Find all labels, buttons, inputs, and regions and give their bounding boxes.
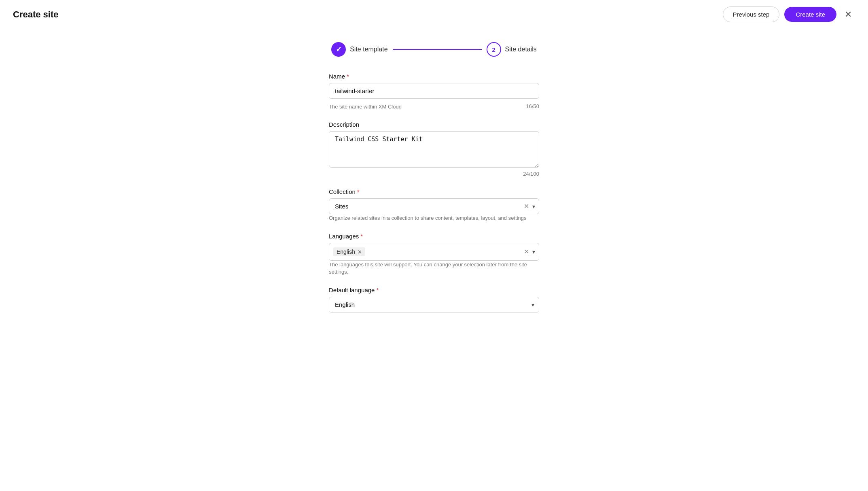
description-label: Description <box>329 121 539 128</box>
close-icon: ✕ <box>845 9 852 19</box>
header-actions: Previous step Create site ✕ <box>723 6 855 22</box>
language-tag-label: English <box>337 249 355 255</box>
collection-group: Collection * Sites ✕ ▾ Organize related … <box>329 188 539 221</box>
name-count: 16/50 <box>526 103 539 109</box>
step-1-circle: ✓ <box>331 42 346 57</box>
description-count: 24/100 <box>329 171 539 177</box>
collection-select[interactable]: Sites <box>329 198 539 214</box>
step-1-label: Site template <box>350 46 387 53</box>
name-required: * <box>347 73 349 80</box>
languages-field-wrapper: English ✕ ✕ ▾ <box>329 243 539 261</box>
step-2: 2 Site details <box>487 42 537 57</box>
default-language-select[interactable]: English French German Spanish <box>329 297 539 312</box>
page-title: Create site <box>13 9 59 20</box>
languages-chevron-icon: ▾ <box>532 249 535 255</box>
collection-select-wrapper: Sites ✕ ▾ <box>329 198 539 214</box>
language-tag-english: English ✕ <box>333 247 365 256</box>
step-1: ✓ Site template <box>331 42 387 57</box>
step-1-check-icon: ✓ <box>336 45 342 54</box>
languages-field[interactable]: English ✕ <box>329 243 539 261</box>
default-language-group: Default language * English French German… <box>329 287 539 312</box>
name-label: Name * <box>329 73 539 80</box>
collection-label: Collection * <box>329 188 539 195</box>
language-tag-close-icon[interactable]: ✕ <box>358 249 362 255</box>
previous-step-button[interactable]: Previous step <box>723 6 780 22</box>
step-2-circle: 2 <box>487 42 501 57</box>
name-hint: The site name within XM Cloud <box>329 104 402 110</box>
name-group: Name * The site name within XM Cloud 16/… <box>329 73 539 110</box>
main-form: Name * The site name within XM Cloud 16/… <box>321 73 547 348</box>
languages-group: Languages * English ✕ ✕ ▾ The languages … <box>329 233 539 275</box>
default-language-required: * <box>376 287 379 293</box>
default-language-label: Default language * <box>329 287 539 293</box>
name-input[interactable] <box>329 83 539 99</box>
step-connector <box>393 49 482 50</box>
languages-field-icons: ✕ ▾ <box>524 249 535 255</box>
description-input[interactable]: Tailwind CSS Starter Kit <box>329 131 539 168</box>
step-2-number: 2 <box>492 46 495 53</box>
languages-clear-icon[interactable]: ✕ <box>524 249 529 255</box>
close-button[interactable]: ✕ <box>841 8 855 21</box>
languages-required: * <box>360 233 363 240</box>
create-site-button[interactable]: Create site <box>784 7 836 22</box>
step-2-label: Site details <box>505 46 537 53</box>
header: Create site Previous step Create site ✕ <box>0 0 868 29</box>
collection-required: * <box>357 188 360 195</box>
description-group: Description Tailwind CSS Starter Kit 24/… <box>329 121 539 177</box>
collection-hint: Organize related sites in a collection t… <box>329 215 527 221</box>
stepper: ✓ Site template 2 Site details <box>0 29 868 73</box>
languages-label: Languages * <box>329 233 539 240</box>
default-language-wrapper: English French German Spanish ▾ <box>329 297 539 312</box>
languages-hint: The languages this site will support. Yo… <box>329 261 527 275</box>
collection-clear-icon[interactable]: ✕ <box>524 203 529 210</box>
